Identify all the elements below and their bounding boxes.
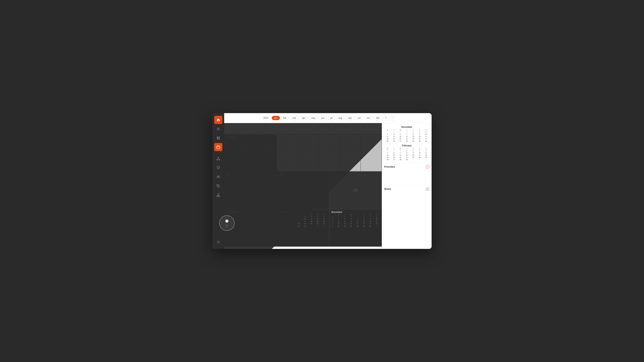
svg-rect-20	[218, 193, 219, 194]
month-apr-button[interactable]: apr	[300, 116, 308, 120]
sidebar-item-grid[interactable]	[214, 134, 222, 142]
dow-wednesday: Wednesday	[270, 131, 292, 134]
floating-circle[interactable]	[219, 215, 234, 231]
month-tile-sep-label: September	[226, 211, 275, 213]
february-label: February	[384, 144, 429, 147]
svg-rect-7	[217, 146, 220, 149]
month-tile-may-mini: MTWTFSS w18293012345 w196789101112 w2013…	[226, 176, 275, 190]
circle-dot-small	[226, 224, 228, 227]
notes-section: Notes ⬜	[384, 187, 429, 191]
dow-sunday: Sunday	[358, 131, 380, 134]
calendar-title: Monthly Calendar	[228, 125, 258, 129]
svg-line-16	[218, 159, 220, 159]
info-icon[interactable]: i	[390, 115, 395, 121]
month-tile-jan-label: January	[226, 136, 275, 138]
month-tile-jan-mini: M T W T F S S w1123456 w278910111213 w31…	[226, 139, 275, 152]
svg-line-15	[217, 159, 218, 159]
notes-icon[interactable]: ⬜	[426, 187, 429, 191]
month-dec-button[interactable]: dec	[374, 116, 382, 120]
february-dow-row: M T W T F S S	[384, 148, 429, 149]
month-jul-button[interactable]: jul	[328, 116, 335, 120]
month-sep-button[interactable]: sep	[346, 116, 354, 120]
svg-rect-4	[218, 137, 220, 138]
divider-2	[384, 185, 429, 185]
month-tile-jan: January M T W T F S S w1123456	[224, 134, 277, 172]
month-tile-oct-label: October	[279, 211, 327, 213]
svg-point-13	[219, 159, 220, 160]
sidebar-item-calendar[interactable]	[214, 143, 222, 151]
sidebar-item-health[interactable]	[214, 164, 222, 172]
sidebar-item-hierarchy[interactable]	[214, 155, 222, 163]
december-label: December	[384, 126, 429, 128]
svg-rect-21	[217, 196, 218, 197]
dow-header-row: Monday Tuesday Wednesday Thursday Friday…	[224, 131, 382, 134]
month-tile-oct: October MTWTFSS w4030123456 w41789101112…	[277, 209, 329, 247]
divider-1	[384, 163, 429, 163]
dow-saturday: Saturday	[336, 131, 358, 134]
svg-point-12	[217, 159, 218, 160]
notes-label: Notes	[384, 188, 391, 190]
svg-rect-2	[217, 130, 220, 130]
svg-rect-3	[217, 137, 218, 138]
content-wrapper: Monthly Calendar Monday Tuesday Wednesda…	[224, 123, 432, 249]
month-feb-button[interactable]: feb	[281, 116, 289, 120]
month-tile-nov-label: November	[331, 211, 380, 213]
dow-friday: Friday	[314, 131, 336, 134]
right-panel: December M T W T F S S 27282930123 45678…	[382, 123, 432, 249]
month-tile-jun-mini: MTWTFSS w22272829303112 w233456789 w2410…	[279, 176, 327, 190]
svg-rect-5	[217, 138, 218, 139]
sidebar-item-settings[interactable]	[214, 238, 222, 246]
sidebar-item-history[interactable]	[214, 182, 222, 190]
month-tile-jun: June MTWTFSS w22272829303112 w233456789 …	[277, 172, 329, 209]
edit-icon[interactable]: ✏	[383, 115, 388, 121]
svg-point-17	[218, 176, 218, 177]
sidebar-item-home[interactable]	[214, 116, 222, 124]
month-jun-button[interactable]: jun	[319, 116, 327, 120]
dow-tuesday: Tuesday	[248, 131, 270, 134]
month-tile-jun-label: June	[279, 173, 327, 176]
app-window: 2024 jan feb mar apr may jun jul aug sep…	[212, 113, 432, 249]
month-aug-button[interactable]: aug	[336, 116, 345, 120]
calendar-header: Monthly Calendar	[224, 123, 382, 131]
month-mar-button[interactable]: mar	[290, 116, 299, 120]
month-nov-button[interactable]: nov	[364, 116, 373, 120]
svg-rect-6	[218, 138, 220, 139]
svg-point-11	[218, 157, 219, 158]
month-tile-nov: November MTWTFSS w4428293031123 w4545678…	[329, 209, 382, 247]
dow-thursday: Thursday	[292, 131, 314, 134]
sidebar-item-users[interactable]	[214, 173, 222, 181]
svg-rect-1	[217, 129, 220, 129]
big-month-jan-view: Wednesday Thursday Friday Saturday Sunda	[277, 134, 382, 172]
svg-point-29	[218, 242, 219, 243]
months-grid: January M T W T F S S w1123456	[224, 134, 382, 247]
circle-dot-big	[225, 219, 228, 223]
month-tile-nov-mini: MTWTFSS w4428293031123 w4545678910 w4611…	[331, 214, 380, 227]
svg-point-18	[219, 176, 220, 177]
top-bar: 2024 jan feb mar apr may jun jul aug sep…	[224, 113, 432, 123]
year-button[interactable]: 2024	[261, 116, 271, 120]
december-mini-calendar: December M T W T F S S 27282930123 45678…	[384, 126, 429, 142]
month-tile-may-label: May	[226, 173, 275, 176]
priorities-label: Priorities	[384, 165, 395, 168]
sidebar-item-list[interactable]	[214, 125, 222, 133]
month-jan-button[interactable]: jan	[272, 116, 280, 120]
priorities-icon[interactable]: i	[426, 165, 429, 169]
december-dow-row: M T W T F S S	[384, 129, 429, 131]
left-calendar-area: Monthly Calendar Monday Tuesday Wednesda…	[224, 123, 382, 249]
month-may-button[interactable]: may	[309, 116, 318, 120]
svg-rect-22	[218, 196, 219, 197]
dow-monday: Monday	[226, 131, 248, 134]
svg-rect-23	[219, 196, 220, 197]
month-oct-button[interactable]: oct	[355, 116, 363, 120]
priorities-section: Priorities i	[384, 165, 429, 169]
svg-rect-0	[217, 128, 220, 128]
month-tile-may: May MTWTFSS w18293012345 w196789101112 w…	[224, 172, 277, 209]
february-mini-calendar: February M T W T F S S 2930311234 567891…	[384, 144, 429, 161]
month-tile-extra: 26	[329, 172, 382, 209]
priorities-content	[384, 170, 429, 183]
month-tile-oct-mini: MTWTFSS w4030123456 w4178910111213 w4214…	[279, 214, 327, 227]
sidebar-item-org[interactable]	[214, 191, 222, 199]
